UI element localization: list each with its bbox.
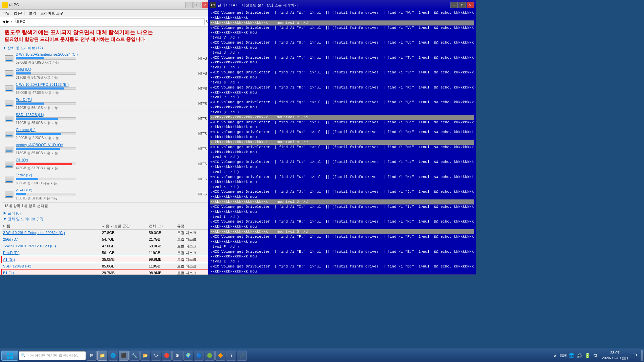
- drive-item[interactable]: 1-Win10.20H1.PRO.201123 (E:)59.0GB 중 47.…: [3, 81, 208, 97]
- window-controls: ─ □ ✕: [185, 2, 209, 8]
- app11-taskbar-btn[interactable]: 🎵: [237, 351, 247, 361]
- table-row[interactable]: SSD_128GB (H:)85.0GB119GB로컬 디스크: [2, 263, 210, 269]
- cmd-line: ntvol K: /d ): [210, 185, 474, 190]
- ribbon-tab-drive-tools[interactable]: 드라이브 도구: [40, 11, 63, 16]
- drive-table-name-link[interactable]: 1-Win10.20H1.PRO.201123 (E:): [3, 244, 56, 248]
- notification-icon[interactable]: 🗨: [631, 352, 638, 359]
- drive-table-name-link[interactable]: SSD_128GB (H:): [3, 264, 31, 268]
- tray-volume[interactable]: 🔊: [576, 352, 583, 359]
- ribbon-tab-file[interactable]: 파일: [2, 11, 10, 16]
- maximize-button[interactable]: □: [194, 2, 201, 8]
- drive-table-name: 2-Win10.20H2.Enterprise.200624 (C:): [2, 229, 101, 236]
- app2-taskbar-btn[interactable]: 📂: [140, 351, 150, 361]
- drive-name[interactable]: Ventoy+AIOBOOT_VHD (O:): [16, 143, 190, 147]
- table-row[interactable]: 1-Win10.20H1.PRO.201123 (E:)47.0GB59.0GB…: [2, 243, 210, 249]
- drive-info: Ventoy+AIOBOOT_VHD (O:)118GB 중 85.8GB 사용…: [16, 143, 190, 156]
- drive-progress-bar: [16, 118, 58, 120]
- cmd-close[interactable]: ✕: [467, 2, 474, 8]
- app1-taskbar-btn[interactable]: 🔧: [129, 351, 140, 361]
- drive-item[interactable]: Tera2 (S:)893GB 중 333GB 사용 가능NTFS: [3, 172, 208, 187]
- table-row[interactable]: 256d (D:)54.7GB217GB로컬 디스크: [2, 236, 210, 243]
- app10-taskbar-btn[interactable]: ℹ: [226, 351, 236, 361]
- drive-item[interactable]: Pro-D (F:)119GB 중 56.1GB 사용 가능NTFS: [3, 97, 208, 112]
- tray-lang[interactable]: CI: [593, 354, 597, 358]
- drive-info: Q1 (Q:)473GB 중 33.7GB 사용 가능: [16, 158, 190, 171]
- drive-table-name-link[interactable]: B1 (J:): [3, 271, 14, 275]
- taskbar-search-box[interactable]: 🔍 검색하려면 여기에 입력하세요.: [19, 351, 86, 360]
- drive-item[interactable]: 2T-All (U:)1.80TB 중 311GB 사용 가능NTFS: [3, 187, 208, 202]
- drive-table-total: 59.0GB: [148, 229, 176, 236]
- minimize-button[interactable]: ─: [185, 2, 193, 8]
- start-button[interactable]: [1, 351, 18, 361]
- drive-table-name-link[interactable]: 2-Win10.20H2.Enterprise.200624 (C:): [3, 231, 65, 235]
- app5-taskbar-btn[interactable]: ⚙: [172, 351, 182, 361]
- table-row[interactable]: Pro-D (F:)56.1GB119GB로컬 디스크: [2, 249, 210, 256]
- cmd-minimize[interactable]: ─: [450, 2, 458, 8]
- tray-up-arrow[interactable]: ∧: [552, 352, 558, 359]
- table-row[interactable]: 2-Win10.20H2.Enterprise.200624 (C:)27.8G…: [2, 229, 210, 236]
- section-device-drives[interactable]: 장치 및 드라이브 (12): [2, 45, 210, 51]
- ribbon-tab-computer[interactable]: 컴퓨터: [14, 11, 25, 16]
- tray-keyboard[interactable]: ⌨: [560, 352, 567, 359]
- explorer-title-icon: [2, 2, 8, 8]
- drive-name[interactable]: Q1 (Q:): [16, 158, 190, 162]
- drive-table-type: 로컬 디스크: [176, 269, 210, 275]
- table-row[interactable]: B1 (J:)29.7MB98.9MB로컬 디스크: [2, 269, 210, 275]
- app6-taskbar-btn[interactable]: 🌍: [183, 351, 193, 361]
- app4-taskbar-btn[interactable]: 🔴: [162, 351, 172, 361]
- drive-icon: [4, 54, 14, 63]
- drive-table-name-link[interactable]: 256d (D:): [3, 237, 18, 241]
- drive-meta: 59.0GB 중 47.0GB 사용 가능: [16, 90, 190, 95]
- drive-table-total: 59.0GB: [148, 243, 176, 249]
- clock[interactable]: 23:07 2020-12-19 (토): [600, 350, 630, 361]
- app9-taskbar-btn[interactable]: 🔶: [215, 351, 225, 361]
- show-desktop-button[interactable]: [641, 350, 643, 361]
- header-section: 윈도우 탐색기에는 표시되지 않으면서 대체 탐색기에는 나오는 필요없이 할당…: [2, 28, 210, 45]
- back-icon[interactable]: ◀: [2, 19, 5, 24]
- drive-item[interactable]: Q1 (Q:)473GB 중 33.7GB 사용 가능NTFS: [3, 157, 208, 172]
- drive-name[interactable]: Tera2 (S:): [16, 173, 190, 177]
- forward-icon[interactable]: ▶: [6, 19, 9, 24]
- app7-taskbar-btn[interactable]: 🔵: [194, 351, 204, 361]
- svg-rect-2: [7, 356, 9, 359]
- col-type: 유형: [176, 223, 210, 230]
- tray-network[interactable]: 🌐: [568, 352, 575, 359]
- table-row[interactable]: A1 (G:)35.0MB99.9MB로컬 디스크: [2, 256, 210, 263]
- drive-name[interactable]: SSD_128GB (H:): [16, 113, 190, 117]
- drive-table-name-link[interactable]: Pro-D (F:): [3, 251, 19, 255]
- device-section-header[interactable]: ▼ 장치 및 드라이브 (17): [3, 217, 208, 222]
- up-icon[interactable]: ↑: [10, 20, 12, 24]
- drives-table: 이름 사용 가능한 공간 전체 크기 유형 2-Win10.20H2.Enter…: [2, 223, 210, 275]
- explorer-taskbar-btn[interactable]: 📁: [97, 351, 107, 361]
- drive-name[interactable]: 1-Win10.20H1.PRO.201123 (E:): [16, 82, 190, 86]
- folder-section-header[interactable]: ▶ 폴더 (6): [3, 211, 208, 216]
- drive-name[interactable]: 256d (D:): [16, 67, 190, 71]
- cmd-line: #MIC Volume get Driveletter | find /i "Q…: [210, 100, 474, 110]
- app8-taskbar-btn[interactable]: 🟢: [205, 351, 215, 361]
- cmd-taskbar-btn[interactable]: ⬛: [119, 351, 129, 361]
- tray-battery[interactable]: 🔋: [584, 352, 591, 359]
- drive-item[interactable]: 2-Win10.20H2.Enterprise.200624 (C:)59.0G…: [3, 51, 208, 66]
- cmd-maximize[interactable]: □: [459, 2, 466, 8]
- app3-taskbar-btn[interactable]: 🛡: [151, 351, 161, 361]
- drive-name[interactable]: Chrome (L:): [16, 128, 190, 132]
- drive-meta: 217GB 중 54.7GB 사용 가능: [16, 75, 190, 80]
- drive-table-type: 로컬 디스크: [176, 229, 210, 236]
- drive-name[interactable]: 2T-All (U:): [16, 188, 190, 192]
- drive-table-name-link[interactable]: A1 (G:): [3, 257, 15, 261]
- drive-table-total: 217GB: [148, 236, 176, 243]
- drive-table-total: 98.9MB: [148, 269, 176, 275]
- drive-item[interactable]: Ventoy+AIOBOOT_VHD (O:)118GB 중 85.8GB 사용…: [3, 142, 208, 157]
- drive-name[interactable]: Pro-D (F:): [16, 98, 190, 102]
- drive-item[interactable]: SSD_128GB (H:)119GB 중 85.0GB 사용 가능NTFS: [3, 112, 208, 127]
- address-input[interactable]: [14, 18, 205, 25]
- cmd-line: #MIC Volume get Driveletter | find /i "D…: [210, 264, 474, 274]
- drive-name[interactable]: 2-Win10.20H2.Enterprise.200624 (C:): [16, 52, 190, 56]
- drive-info: 256d (D:)217GB 중 54.7GB 사용 가능: [16, 67, 190, 80]
- drive-meta: 119GB 중 56.1GB 사용 가능: [16, 106, 190, 110]
- edge-taskbar-btn[interactable]: 🌐: [108, 351, 118, 361]
- ribbon-tab-view[interactable]: 보기: [29, 11, 36, 16]
- task-view-button[interactable]: ⊟: [87, 351, 97, 361]
- drive-item[interactable]: 256d (D:)217GB 중 54.7GB 사용 가능NTFS: [3, 66, 208, 81]
- drive-item[interactable]: Chrome (L:)2.99GB 중 2.23GB 사용 가능NTFS: [3, 127, 208, 142]
